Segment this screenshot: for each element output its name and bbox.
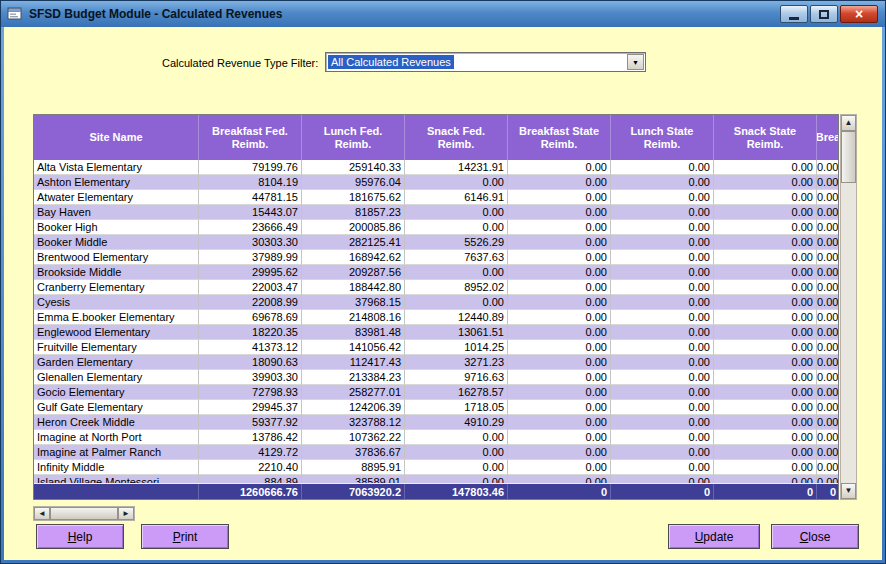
value-cell: 0.00 xyxy=(817,385,838,400)
value-cell: 0.00 xyxy=(817,370,838,385)
value-cell: 209287.56 xyxy=(302,265,405,280)
value-cell: 0.00 xyxy=(611,265,714,280)
update-button[interactable]: Update xyxy=(668,524,760,549)
app-icon xyxy=(7,6,23,22)
value-cell: 124206.39 xyxy=(302,400,405,415)
value-cell: 0.00 xyxy=(817,175,838,190)
close-button[interactable]: Close xyxy=(771,524,859,549)
value-cell: 37968.15 xyxy=(302,295,405,310)
horizontal-scrollbar-thumb[interactable] xyxy=(50,507,118,520)
value-cell: 2210.40 xyxy=(199,460,302,475)
horizontal-scrollbar[interactable]: ◄ ► xyxy=(33,506,135,521)
totals-cell: 0 xyxy=(508,484,611,500)
value-cell: 0.00 xyxy=(817,205,838,220)
scroll-right-button[interactable]: ► xyxy=(118,507,134,520)
site-name-cell: Imagine at North Port xyxy=(34,430,199,445)
value-cell: 0.00 xyxy=(714,340,817,355)
site-name-cell: Fruitville Elementary xyxy=(34,340,199,355)
scroll-left-button[interactable]: ◄ xyxy=(34,507,50,520)
table-row[interactable]: Cyesis22008.9937968.150.000.000.000.000.… xyxy=(34,295,838,310)
table-row[interactable]: Imagine at Palmer Ranch4129.7237836.670.… xyxy=(34,445,838,460)
combobox-selected-value: All Calculated Revenues xyxy=(328,55,454,69)
value-cell: 0.00 xyxy=(611,415,714,430)
value-cell: 0.00 xyxy=(714,415,817,430)
table-row[interactable]: Gocio Elementary72798.93258277.0116278.5… xyxy=(34,385,838,400)
table-row[interactable]: Booker Middle30303.30282125.415526.290.0… xyxy=(34,235,838,250)
minimize-button[interactable] xyxy=(780,5,808,23)
value-cell: 22008.99 xyxy=(199,295,302,310)
table-row[interactable]: Infinity Middle2210.408895.910.000.000.0… xyxy=(34,460,838,475)
value-cell: 0.00 xyxy=(405,445,508,460)
value-cell: 0.00 xyxy=(817,235,838,250)
table-row[interactable]: Garden Elementary18090.63112417.433271.2… xyxy=(34,355,838,370)
table-row[interactable]: Ashton Elementary8104.1995976.040.000.00… xyxy=(34,175,838,190)
value-cell: 0.00 xyxy=(714,280,817,295)
table-row[interactable]: Brookside Middle29995.62209287.560.000.0… xyxy=(34,265,838,280)
value-cell: 258277.01 xyxy=(302,385,405,400)
table-row[interactable]: Bay Haven15443.0781857.230.000.000.000.0… xyxy=(34,205,838,220)
site-name-cell: Gocio Elementary xyxy=(34,385,199,400)
value-cell: 8952.02 xyxy=(405,280,508,295)
value-cell: 0.00 xyxy=(817,355,838,370)
scroll-down-button[interactable]: ▼ xyxy=(841,483,856,499)
titlebar[interactable]: SFSD Budget Module - Calculated Revenues… xyxy=(1,1,885,27)
table-row[interactable]: Alta Vista Elementary79199.76259140.3314… xyxy=(34,160,838,175)
value-cell: 0.00 xyxy=(508,235,611,250)
value-cell: 37989.99 xyxy=(199,250,302,265)
value-cell: 1718.05 xyxy=(405,400,508,415)
value-cell: 0.00 xyxy=(817,325,838,340)
print-button-label: Print xyxy=(142,530,228,544)
table-row[interactable]: Gulf Gate Elementary29945.37124206.39171… xyxy=(34,400,838,415)
window-title: SFSD Budget Module - Calculated Revenues xyxy=(29,7,282,21)
site-name-cell: Cyesis xyxy=(34,295,199,310)
table-row[interactable]: Heron Creek Middle59377.92323788.124910.… xyxy=(34,415,838,430)
print-button[interactable]: Print xyxy=(141,524,229,549)
scroll-up-button[interactable]: ▲ xyxy=(841,115,856,131)
value-cell: 0.00 xyxy=(817,310,838,325)
value-cell: 0.00 xyxy=(817,475,838,483)
value-cell: 0.00 xyxy=(611,235,714,250)
value-cell: 3271.23 xyxy=(405,355,508,370)
value-cell: 282125.41 xyxy=(302,235,405,250)
revenue-type-filter-combobox[interactable]: All Calculated Revenues ▼ xyxy=(325,52,646,72)
value-cell: 0.00 xyxy=(611,475,714,483)
close-window-button[interactable]: × xyxy=(840,5,878,23)
table-row[interactable]: Cranberry Elementary22003.47188442.80895… xyxy=(34,280,838,295)
minimize-icon xyxy=(789,17,799,20)
value-cell: 0.00 xyxy=(405,295,508,310)
value-cell: 69678.69 xyxy=(199,310,302,325)
value-cell: 0.00 xyxy=(817,190,838,205)
vertical-scrollbar-thumb[interactable] xyxy=(841,131,856,183)
value-cell: 0.00 xyxy=(611,295,714,310)
value-cell: 259140.33 xyxy=(302,160,405,175)
table-row[interactable]: Booker High23666.49200085.860.000.000.00… xyxy=(34,220,838,235)
vertical-scrollbar[interactable]: ▲ ▼ xyxy=(840,114,857,500)
site-name-cell: Alta Vista Elementary xyxy=(34,160,199,175)
help-button-label: Help xyxy=(37,530,123,544)
table-row[interactable]: Island Village Montessori884.8938589.010… xyxy=(34,475,838,483)
table-row[interactable]: Atwater Elementary44781.15181675.626146.… xyxy=(34,190,838,205)
table-row[interactable]: Englewood Elementary18220.3583981.481306… xyxy=(34,325,838,340)
table-row[interactable]: Emma E.booker Elementary69678.69214808.1… xyxy=(34,310,838,325)
maximize-button[interactable] xyxy=(810,5,838,23)
site-name-cell: Cranberry Elementary xyxy=(34,280,199,295)
totals-cell: 1260666.76 xyxy=(199,484,302,500)
table-row[interactable]: Glenallen Elementary39903.30213384.23971… xyxy=(34,370,838,385)
value-cell: 37836.67 xyxy=(302,445,405,460)
table-row[interactable]: Fruitville Elementary41373.12141056.4210… xyxy=(34,340,838,355)
value-cell: 13786.42 xyxy=(199,430,302,445)
help-button[interactable]: Help xyxy=(36,524,124,549)
value-cell: 0.00 xyxy=(611,385,714,400)
combobox-dropdown-button[interactable]: ▼ xyxy=(627,54,644,70)
value-cell: 83981.48 xyxy=(302,325,405,340)
value-cell: 0.00 xyxy=(817,250,838,265)
value-cell: 0.00 xyxy=(714,430,817,445)
value-cell: 81857.23 xyxy=(302,205,405,220)
value-cell: 0.00 xyxy=(405,220,508,235)
table-row[interactable]: Brentwood Elementary37989.99168942.62763… xyxy=(34,250,838,265)
value-cell: 0.00 xyxy=(714,295,817,310)
table-row[interactable]: Imagine at North Port13786.42107362.220.… xyxy=(34,430,838,445)
value-cell: 7637.63 xyxy=(405,250,508,265)
value-cell: 95976.04 xyxy=(302,175,405,190)
grid-body[interactable]: Alta Vista Elementary79199.76259140.3314… xyxy=(34,160,838,483)
